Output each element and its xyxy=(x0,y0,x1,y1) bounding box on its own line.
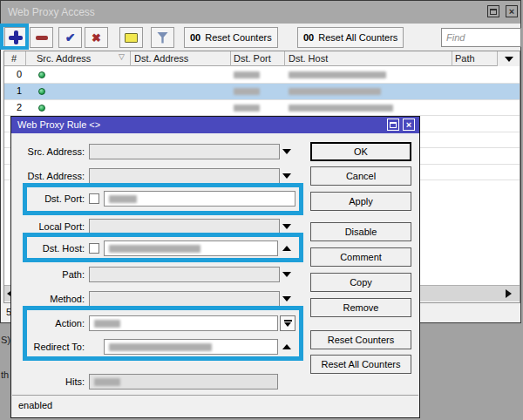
dropdown-arrow-icon[interactable] xyxy=(282,149,291,154)
remove-button[interactable] xyxy=(30,27,53,48)
dst-port-label: Dst. Port: xyxy=(11,191,85,207)
web-proxy-rule-dialog: Web Proxy Rule <> × Src. Address: Dst. A… xyxy=(10,116,420,418)
column-header-path[interactable]: Path xyxy=(455,51,475,65)
blurred-dst-host xyxy=(289,71,386,78)
table-header: # Src. Address ▽ Dst. Address Dst. Port … xyxy=(4,51,520,66)
remove-button[interactable]: Remove xyxy=(310,298,411,317)
hits-field xyxy=(89,374,278,390)
dropdown-arrow-icon[interactable] xyxy=(282,224,291,229)
dropup-arrow-icon[interactable] xyxy=(282,344,291,349)
column-picker-button[interactable] xyxy=(497,51,520,66)
action-label: Action: xyxy=(11,315,85,331)
dialog-titlebar[interactable]: Web Proxy Rule <> × xyxy=(11,117,419,133)
redirect-to-label: Redirect To: xyxy=(11,339,85,355)
table-row[interactable]: 2 xyxy=(4,99,520,116)
ok-button[interactable]: OK xyxy=(310,142,411,161)
column-header-num[interactable]: # xyxy=(11,51,17,65)
copy-button[interactable]: Copy xyxy=(310,273,411,292)
action-dropdown-button[interactable] xyxy=(280,315,295,331)
close-button[interactable]: × xyxy=(506,5,518,17)
dropdown-arrow-icon[interactable] xyxy=(282,173,291,179)
reset-all-counters-label: Reset All Counters xyxy=(318,32,397,43)
row-number: 2 xyxy=(4,99,22,116)
dst-host-input[interactable] xyxy=(104,240,278,256)
window-title: Web Proxy Access xyxy=(8,1,95,24)
scroll-right-icon[interactable] xyxy=(506,289,512,298)
blurred-value xyxy=(109,195,137,203)
counter-prefix: 00 xyxy=(190,32,200,43)
enabled-status-icon xyxy=(38,105,45,112)
enabled-status-icon xyxy=(38,88,45,95)
cross-icon: ✖ xyxy=(92,32,101,44)
local-port-field[interactable] xyxy=(89,219,280,234)
table-row[interactable]: 0 xyxy=(4,66,520,83)
reset-all-counters-button[interactable]: Reset All Counters xyxy=(310,355,411,374)
src-address-field[interactable] xyxy=(89,144,280,159)
method-field[interactable] xyxy=(89,291,280,307)
dst-address-label: Dst. Address: xyxy=(11,168,85,184)
blurred-dst-port xyxy=(234,71,260,78)
reset-all-counters-button[interactable]: 00 Reset All Counters xyxy=(297,27,404,48)
dropdown-arrow-icon[interactable] xyxy=(282,272,291,277)
local-port-label: Local Port: xyxy=(11,219,85,234)
blurred-value xyxy=(109,245,200,253)
row-number: 0 xyxy=(4,66,22,83)
blurred-value xyxy=(109,343,212,351)
redirect-to-input[interactable] xyxy=(104,339,278,355)
dropdown-list-arrow-icon xyxy=(284,322,291,327)
add-button[interactable] xyxy=(4,27,27,48)
reset-counters-label: Reset Counters xyxy=(205,32,271,43)
dst-host-checkbox[interactable] xyxy=(89,243,99,254)
comment-button[interactable] xyxy=(119,27,143,48)
status-separator xyxy=(12,395,418,396)
path-field[interactable] xyxy=(89,267,280,282)
background-text-fragment: S) xyxy=(1,335,10,345)
comment-button[interactable]: Comment xyxy=(310,247,411,267)
note-icon xyxy=(125,33,138,43)
blurred-dst-port xyxy=(234,105,260,112)
column-header-dst-address[interactable]: Dst. Address xyxy=(134,51,188,65)
hits-label: Hits: xyxy=(11,374,85,390)
titlebar[interactable]: Web Proxy Access × xyxy=(1,1,520,24)
row-number: 1 xyxy=(4,83,22,99)
dialog-close-button[interactable]: × xyxy=(403,119,415,131)
maximize-icon xyxy=(390,122,397,128)
disable-button[interactable]: Disable xyxy=(310,222,411,241)
minus-icon xyxy=(36,36,48,40)
enable-button[interactable]: ✔ xyxy=(58,27,82,48)
check-icon: ✔ xyxy=(65,31,76,44)
cancel-button[interactable]: Cancel xyxy=(310,166,411,186)
find-input[interactable] xyxy=(441,28,521,47)
funnel-icon xyxy=(157,32,168,44)
blurred-dst-host xyxy=(289,88,381,95)
action-input[interactable] xyxy=(89,315,278,331)
maximize-button[interactable] xyxy=(487,5,499,17)
table-row-selected[interactable]: 1 xyxy=(4,83,520,99)
column-header-dst-host[interactable]: Dst. Host xyxy=(289,51,328,65)
enabled-status-icon xyxy=(38,71,45,78)
close-icon: × xyxy=(406,120,411,130)
column-header-src-address[interactable]: Src. Address xyxy=(37,51,91,65)
dialog-maximize-button[interactable] xyxy=(387,119,399,131)
reset-counters-button[interactable]: 00 Reset Counters xyxy=(184,27,278,48)
plus-icon xyxy=(9,30,23,44)
apply-button[interactable]: Apply xyxy=(310,192,411,211)
filter-button[interactable] xyxy=(151,27,174,48)
dst-host-label: Dst. Host: xyxy=(11,240,85,256)
method-label: Method: xyxy=(11,291,85,307)
src-address-label: Src. Address: xyxy=(11,144,85,159)
blurred-value xyxy=(94,320,120,328)
dst-port-input[interactable] xyxy=(104,191,295,207)
reset-counters-button[interactable]: Reset Counters xyxy=(310,330,411,349)
background-text-fragment: th xyxy=(1,369,9,380)
dst-address-field[interactable] xyxy=(89,168,280,184)
disable-button[interactable]: ✖ xyxy=(85,27,108,48)
dropdown-arrow-icon[interactable] xyxy=(282,296,291,301)
column-header-dst-port[interactable]: Dst. Port xyxy=(234,51,271,65)
dst-port-checkbox[interactable] xyxy=(89,193,99,204)
close-icon: × xyxy=(509,7,514,17)
counter-prefix: 00 xyxy=(303,32,314,43)
dialog-title: Web Proxy Rule <> xyxy=(17,117,100,133)
blurred-value xyxy=(94,378,120,386)
dropup-arrow-icon[interactable] xyxy=(282,246,291,251)
